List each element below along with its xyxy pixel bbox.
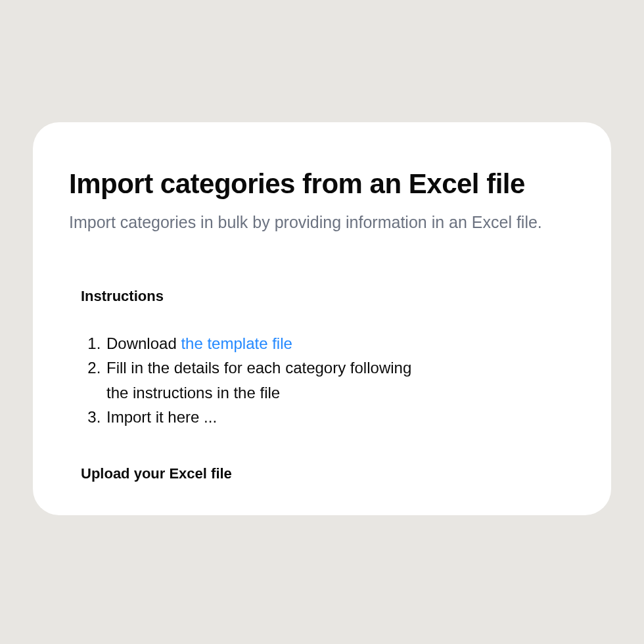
page-title: Import categories from an Excel file [69,168,575,200]
instruction-step: Download the template file [105,331,434,356]
instruction-text: Import it here ... [106,408,217,426]
instructions-label: Instructions [81,288,575,305]
page-subtitle: Import categories in bulk by providing i… [69,213,575,232]
instruction-text: Download [106,334,181,352]
instruction-step: Fill in the details for each category fo… [105,356,434,404]
template-file-link[interactable]: the template file [181,334,292,352]
instruction-step: Import it here ... [105,405,434,429]
import-card: Import categories from an Excel file Imp… [33,122,611,515]
instructions-list: Download the template file Fill in the d… [105,331,434,429]
instruction-text: Fill in the details for each category fo… [106,359,411,401]
upload-label: Upload your Excel file [81,465,575,482]
